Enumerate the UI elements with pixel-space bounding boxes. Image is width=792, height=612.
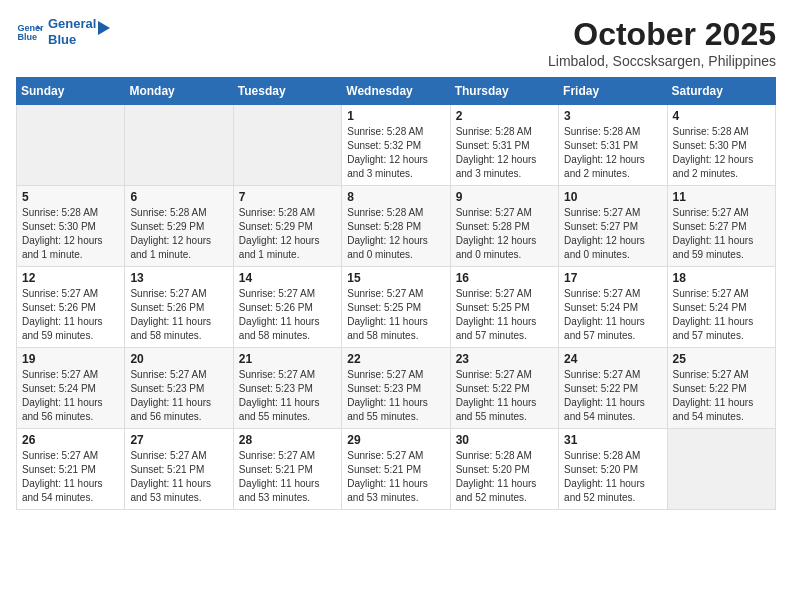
logo-icon: General Blue — [16, 18, 44, 46]
calendar-cell: 26Sunrise: 5:27 AM Sunset: 5:21 PM Dayli… — [17, 429, 125, 510]
page-header: General Blue General Blue October 2025 L… — [16, 16, 776, 69]
day-detail: Sunrise: 5:28 AM Sunset: 5:31 PM Dayligh… — [564, 125, 661, 181]
calendar-cell: 8Sunrise: 5:28 AM Sunset: 5:28 PM Daylig… — [342, 186, 450, 267]
day-detail: Sunrise: 5:28 AM Sunset: 5:30 PM Dayligh… — [673, 125, 770, 181]
calendar-header-row: SundayMondayTuesdayWednesdayThursdayFrid… — [17, 78, 776, 105]
day-detail: Sunrise: 5:27 AM Sunset: 5:23 PM Dayligh… — [130, 368, 227, 424]
day-detail: Sunrise: 5:27 AM Sunset: 5:23 PM Dayligh… — [347, 368, 444, 424]
calendar-cell: 5Sunrise: 5:28 AM Sunset: 5:30 PM Daylig… — [17, 186, 125, 267]
calendar-cell: 13Sunrise: 5:27 AM Sunset: 5:26 PM Dayli… — [125, 267, 233, 348]
weekday-header-friday: Friday — [559, 78, 667, 105]
day-number: 18 — [673, 271, 770, 285]
day-detail: Sunrise: 5:27 AM Sunset: 5:21 PM Dayligh… — [130, 449, 227, 505]
day-detail: Sunrise: 5:28 AM Sunset: 5:32 PM Dayligh… — [347, 125, 444, 181]
day-number: 13 — [130, 271, 227, 285]
location-title: Limbalod, Soccsksargen, Philippines — [548, 53, 776, 69]
day-number: 28 — [239, 433, 336, 447]
calendar-cell: 7Sunrise: 5:28 AM Sunset: 5:29 PM Daylig… — [233, 186, 341, 267]
logo: General Blue General Blue — [16, 16, 112, 47]
calendar-cell: 15Sunrise: 5:27 AM Sunset: 5:25 PM Dayli… — [342, 267, 450, 348]
day-detail: Sunrise: 5:28 AM Sunset: 5:20 PM Dayligh… — [456, 449, 553, 505]
day-detail: Sunrise: 5:27 AM Sunset: 5:27 PM Dayligh… — [673, 206, 770, 262]
calendar-week-row: 19Sunrise: 5:27 AM Sunset: 5:24 PM Dayli… — [17, 348, 776, 429]
day-detail: Sunrise: 5:27 AM Sunset: 5:21 PM Dayligh… — [22, 449, 119, 505]
day-detail: Sunrise: 5:27 AM Sunset: 5:22 PM Dayligh… — [564, 368, 661, 424]
calendar-cell: 30Sunrise: 5:28 AM Sunset: 5:20 PM Dayli… — [450, 429, 558, 510]
calendar-cell — [233, 105, 341, 186]
day-detail: Sunrise: 5:28 AM Sunset: 5:30 PM Dayligh… — [22, 206, 119, 262]
calendar-cell: 4Sunrise: 5:28 AM Sunset: 5:30 PM Daylig… — [667, 105, 775, 186]
day-number: 24 — [564, 352, 661, 366]
day-number: 12 — [22, 271, 119, 285]
calendar-week-row: 12Sunrise: 5:27 AM Sunset: 5:26 PM Dayli… — [17, 267, 776, 348]
calendar-cell: 29Sunrise: 5:27 AM Sunset: 5:21 PM Dayli… — [342, 429, 450, 510]
calendar-cell — [125, 105, 233, 186]
day-number: 22 — [347, 352, 444, 366]
calendar-cell: 23Sunrise: 5:27 AM Sunset: 5:22 PM Dayli… — [450, 348, 558, 429]
title-block: October 2025 Limbalod, Soccsksargen, Phi… — [548, 16, 776, 69]
calendar-cell: 14Sunrise: 5:27 AM Sunset: 5:26 PM Dayli… — [233, 267, 341, 348]
day-number: 4 — [673, 109, 770, 123]
day-detail: Sunrise: 5:27 AM Sunset: 5:24 PM Dayligh… — [673, 287, 770, 343]
day-number: 20 — [130, 352, 227, 366]
day-detail: Sunrise: 5:27 AM Sunset: 5:23 PM Dayligh… — [239, 368, 336, 424]
weekday-header-wednesday: Wednesday — [342, 78, 450, 105]
month-title: October 2025 — [548, 16, 776, 53]
calendar-cell — [17, 105, 125, 186]
day-detail: Sunrise: 5:27 AM Sunset: 5:22 PM Dayligh… — [673, 368, 770, 424]
day-number: 21 — [239, 352, 336, 366]
day-number: 5 — [22, 190, 119, 204]
calendar-cell: 16Sunrise: 5:27 AM Sunset: 5:25 PM Dayli… — [450, 267, 558, 348]
calendar-cell: 31Sunrise: 5:28 AM Sunset: 5:20 PM Dayli… — [559, 429, 667, 510]
weekday-header-sunday: Sunday — [17, 78, 125, 105]
day-detail: Sunrise: 5:27 AM Sunset: 5:26 PM Dayligh… — [22, 287, 119, 343]
day-detail: Sunrise: 5:27 AM Sunset: 5:27 PM Dayligh… — [564, 206, 661, 262]
day-detail: Sunrise: 5:27 AM Sunset: 5:24 PM Dayligh… — [564, 287, 661, 343]
day-number: 31 — [564, 433, 661, 447]
calendar-cell — [667, 429, 775, 510]
calendar-cell: 20Sunrise: 5:27 AM Sunset: 5:23 PM Dayli… — [125, 348, 233, 429]
day-number: 7 — [239, 190, 336, 204]
day-number: 3 — [564, 109, 661, 123]
weekday-header-saturday: Saturday — [667, 78, 775, 105]
logo-general: General — [48, 16, 96, 32]
day-number: 15 — [347, 271, 444, 285]
calendar-cell: 27Sunrise: 5:27 AM Sunset: 5:21 PM Dayli… — [125, 429, 233, 510]
day-detail: Sunrise: 5:27 AM Sunset: 5:25 PM Dayligh… — [347, 287, 444, 343]
calendar-cell: 24Sunrise: 5:27 AM Sunset: 5:22 PM Dayli… — [559, 348, 667, 429]
day-number: 14 — [239, 271, 336, 285]
calendar-cell: 11Sunrise: 5:27 AM Sunset: 5:27 PM Dayli… — [667, 186, 775, 267]
day-number: 1 — [347, 109, 444, 123]
weekday-header-tuesday: Tuesday — [233, 78, 341, 105]
logo-blue: Blue — [48, 32, 96, 48]
day-number: 16 — [456, 271, 553, 285]
logo-arrow-icon — [90, 17, 112, 39]
weekday-header-thursday: Thursday — [450, 78, 558, 105]
svg-text:Blue: Blue — [17, 32, 37, 42]
day-number: 11 — [673, 190, 770, 204]
calendar-cell: 12Sunrise: 5:27 AM Sunset: 5:26 PM Dayli… — [17, 267, 125, 348]
day-detail: Sunrise: 5:28 AM Sunset: 5:20 PM Dayligh… — [564, 449, 661, 505]
day-number: 30 — [456, 433, 553, 447]
day-number: 29 — [347, 433, 444, 447]
day-detail: Sunrise: 5:28 AM Sunset: 5:31 PM Dayligh… — [456, 125, 553, 181]
day-detail: Sunrise: 5:27 AM Sunset: 5:25 PM Dayligh… — [456, 287, 553, 343]
calendar-cell: 6Sunrise: 5:28 AM Sunset: 5:29 PM Daylig… — [125, 186, 233, 267]
day-detail: Sunrise: 5:27 AM Sunset: 5:26 PM Dayligh… — [239, 287, 336, 343]
svg-marker-3 — [98, 21, 110, 35]
day-number: 8 — [347, 190, 444, 204]
day-detail: Sunrise: 5:27 AM Sunset: 5:21 PM Dayligh… — [347, 449, 444, 505]
day-detail: Sunrise: 5:27 AM Sunset: 5:28 PM Dayligh… — [456, 206, 553, 262]
calendar-table: SundayMondayTuesdayWednesdayThursdayFrid… — [16, 77, 776, 510]
day-number: 19 — [22, 352, 119, 366]
calendar-cell: 9Sunrise: 5:27 AM Sunset: 5:28 PM Daylig… — [450, 186, 558, 267]
day-detail: Sunrise: 5:28 AM Sunset: 5:29 PM Dayligh… — [239, 206, 336, 262]
day-detail: Sunrise: 5:28 AM Sunset: 5:28 PM Dayligh… — [347, 206, 444, 262]
day-number: 6 — [130, 190, 227, 204]
day-detail: Sunrise: 5:27 AM Sunset: 5:22 PM Dayligh… — [456, 368, 553, 424]
day-number: 23 — [456, 352, 553, 366]
calendar-cell: 17Sunrise: 5:27 AM Sunset: 5:24 PM Dayli… — [559, 267, 667, 348]
svg-text:General: General — [17, 22, 44, 32]
day-detail: Sunrise: 5:27 AM Sunset: 5:21 PM Dayligh… — [239, 449, 336, 505]
calendar-cell: 2Sunrise: 5:28 AM Sunset: 5:31 PM Daylig… — [450, 105, 558, 186]
